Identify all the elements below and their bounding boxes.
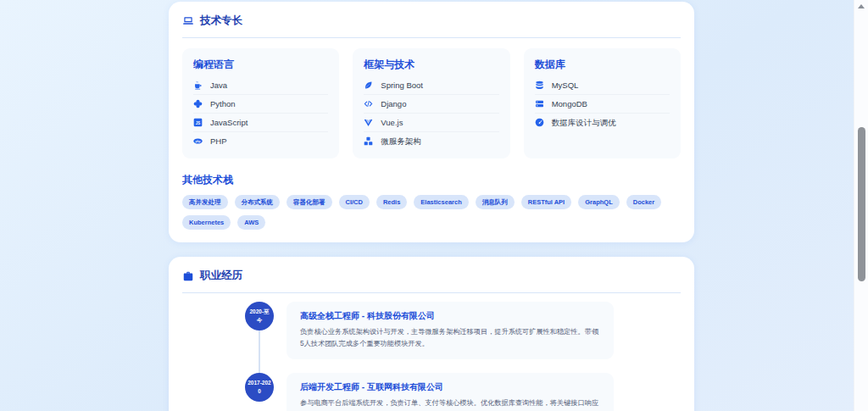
tech-tag: RESTful API	[521, 195, 571, 209]
python-icon	[193, 99, 203, 108]
tech-tags: 高并发处理 分布式系统 容器化部署 CI/CD Redis Elasticsea…	[182, 195, 681, 230]
tech-tag: Kubernetes	[182, 215, 231, 230]
django-code-icon	[364, 99, 373, 108]
skills-section-title: 技术专长	[200, 14, 242, 28]
skill-label: PHP	[210, 136, 227, 146]
experience-section-header: 职业经历	[182, 269, 681, 283]
experience-card: 职业经历 2020-至今 高级全栈工程师 - 科技股份有限公司 负责核心业务系统…	[169, 257, 694, 411]
skill-label: Django	[381, 99, 406, 108]
skill-group-databases: 数据库 MySQL MongoDB	[524, 48, 681, 158]
timeline-entry-box: 高级全栈工程师 - 科技股份有限公司 负责核心业务系统架构设计与开发，主导微服务…	[287, 302, 614, 359]
skill-label: 数据库设计与调优	[552, 118, 616, 127]
skill-label: MySQL	[552, 81, 579, 90]
svg-text:JS: JS	[196, 121, 200, 125]
skill-groups: 编程语言 Java Python	[182, 48, 681, 158]
skill-label: 微服务架构	[381, 136, 421, 146]
skills-section-header: 技术专长	[182, 14, 681, 28]
laptop-icon	[182, 15, 194, 27]
tech-tag: 分布式系统	[235, 195, 281, 209]
timeline-entry: 2017-2020 后端开发工程师 - 互联网科技有限公司 参与电商平台后端系统…	[245, 373, 681, 411]
timeline-date-badge: 2017-2020	[245, 373, 274, 402]
section-divider	[182, 292, 681, 293]
scrollbar-up-button[interactable]	[854, 1, 868, 12]
skill-group-languages: 编程语言 Java Python	[182, 48, 339, 158]
skill-label: MongoDB	[552, 99, 587, 108]
skill-item: Python	[193, 95, 328, 114]
skill-item: Spring Boot	[364, 76, 498, 95]
skill-item: MySQL	[535, 76, 670, 95]
skill-label: JavaScript	[210, 118, 248, 127]
vuejs-icon	[364, 118, 373, 127]
timeline-date-badge: 2020-至今	[245, 302, 274, 330]
vertical-scrollbar[interactable]	[854, 0, 868, 411]
arrow-up-icon	[858, 4, 865, 8]
javascript-icon: JS	[193, 118, 203, 127]
skill-item: 微服务架构	[364, 132, 498, 150]
tech-tag: Docker	[626, 195, 661, 209]
tech-tag: Redis	[376, 195, 407, 209]
skill-label: Spring Boot	[381, 81, 423, 90]
job-description: 负责核心业务系统架构设计与开发，主导微服务架构迁移项目，提升系统可扩展性和稳定性…	[300, 326, 600, 351]
other-stack-title: 其他技术栈	[182, 173, 681, 187]
timeline-entry: 2020-至今 高级全栈工程师 - 科技股份有限公司 负责核心业务系统架构设计与…	[245, 302, 681, 359]
tech-tag: Elasticsearch	[414, 195, 468, 209]
skills-card: 技术专长 编程语言 Java	[169, 2, 694, 242]
tech-tag: 高并发处理	[182, 195, 228, 209]
database-icon	[535, 81, 544, 90]
skill-item: Java	[193, 76, 328, 95]
section-divider	[182, 37, 681, 38]
group-title: 数据库	[535, 58, 670, 76]
tech-tag: AWS	[237, 215, 265, 230]
group-title: 框架与技术	[364, 58, 498, 76]
group-title: 编程语言	[193, 58, 328, 76]
timeline-entry-box: 后端开发工程师 - 互联网科技有限公司 参与电商平台后端系统开发，负责订单、支付…	[287, 373, 614, 411]
job-title: 后端开发工程师 - 互联网科技有限公司	[300, 381, 600, 393]
skill-item: 数据库设计与调优	[535, 114, 670, 131]
java-coffee-icon	[193, 81, 203, 90]
briefcase-icon	[182, 270, 194, 282]
skill-item: php PHP	[193, 132, 328, 150]
skill-item: MongoDB	[535, 95, 670, 114]
skill-item: Vue.js	[364, 114, 498, 132]
skill-label: Vue.js	[381, 118, 403, 127]
skill-item: JS JavaScript	[193, 114, 328, 132]
svg-text:php: php	[196, 140, 201, 143]
gauge-icon	[535, 118, 544, 127]
springboot-leaf-icon	[364, 81, 373, 90]
experience-timeline: 2020-至今 高级全栈工程师 - 科技股份有限公司 负责核心业务系统架构设计与…	[245, 302, 681, 411]
skill-group-frameworks: 框架与技术 Spring Boot Django	[353, 48, 509, 158]
resume-main-column: 技术专长 编程语言 Java	[169, 2, 694, 411]
tech-tag: 消息队列	[476, 195, 515, 209]
scrollbar-thumb[interactable]	[858, 127, 865, 281]
server-bars-icon	[535, 99, 544, 108]
php-icon: php	[193, 136, 203, 146]
tech-tag: CI/CD	[339, 195, 370, 209]
tech-tag: 容器化部署	[287, 195, 332, 209]
job-title: 高级全栈工程师 - 科技股份有限公司	[300, 310, 600, 322]
tech-tag: GraphQL	[578, 195, 620, 209]
skill-label: Java	[210, 81, 227, 90]
cubes-icon	[364, 136, 373, 146]
job-description: 参与电商平台后端系统开发，负责订单、支付等核心模块。优化数据库查询性能，将关键接…	[300, 397, 600, 409]
skill-label: Python	[210, 99, 236, 108]
skill-item: Django	[364, 95, 498, 114]
experience-section-title: 职业经历	[200, 269, 242, 283]
